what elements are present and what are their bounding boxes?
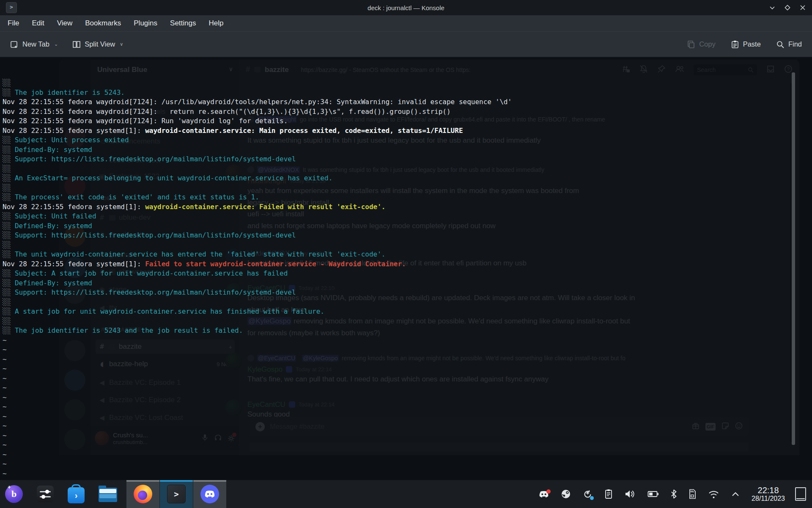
journal-line: ░░ [3, 183, 812, 193]
journal-tilde: ~ [3, 383, 812, 393]
journal-line: ░░ The unit waydroid-container.service h… [3, 250, 812, 260]
journal-line: ░░ Support: https://lists.freedesktop.or… [3, 155, 812, 164]
menu-file[interactable]: File [8, 19, 19, 28]
menu-view[interactable]: View [57, 19, 73, 28]
journal-line: Nov 28 22:15:55 fedora systemd[1]: waydr… [3, 126, 812, 136]
new-tab-icon [10, 40, 19, 49]
tray-steam-icon[interactable] [561, 489, 571, 499]
tray-expand-chevron-icon[interactable] [731, 491, 740, 497]
journal-tilde: ~ [3, 355, 812, 364]
tray-battery-icon[interactable] [647, 490, 659, 498]
copy-icon [687, 40, 695, 49]
tray-clipboard-icon[interactable] [604, 489, 613, 499]
new-tab-button[interactable]: New Tab ⌄ [10, 40, 58, 49]
tray-removable-media-icon[interactable] [689, 489, 696, 499]
paste-button[interactable]: Paste [731, 40, 761, 49]
task-discord[interactable] [193, 480, 226, 508]
tray-updates-icon[interactable] [583, 489, 593, 499]
journal-line: ░░ A start job for unit waydroid-contain… [3, 307, 812, 317]
menu-bookmarks[interactable]: Bookmarks [85, 19, 121, 28]
journal-line: Nov 28 22:15:55 fedora systemd[1]: Faile… [3, 260, 812, 269]
menu-settings[interactable]: Settings [170, 19, 196, 28]
show-desktop-button[interactable] [795, 487, 806, 501]
clock-date: 28/11/2023 [752, 495, 785, 502]
journal-line: ░░ [3, 298, 812, 307]
digital-clock[interactable]: 22:18 28/11/2023 [752, 486, 785, 502]
plasma-taskbar: b › > 22:18 28/11/2023 [0, 480, 812, 508]
minimize-button[interactable] [769, 4, 776, 11]
journal-line: Nov 28 22:15:55 fedora systemd[1]: waydr… [3, 202, 812, 212]
file-manager-launcher[interactable] [99, 488, 117, 502]
journal-line: ░░ Defined-By: systemd [3, 221, 812, 231]
tray-wifi-icon[interactable] [708, 490, 719, 499]
journal-tilde: ~ [3, 469, 812, 479]
journal-line: Nov 28 22:15:55 fedora waydroid[7124]: /… [3, 97, 812, 107]
system-settings-launcher[interactable] [37, 486, 54, 502]
new-tab-chevron-icon[interactable]: ⌄ [54, 41, 58, 47]
journal-tilde: ~ [3, 393, 812, 403]
window-title: deck : journalctl — Konsole [0, 4, 812, 11]
journal-tilde: ~ [3, 459, 812, 469]
tray-discord-icon[interactable] [539, 491, 549, 498]
journal-tilde: ~ [3, 364, 812, 374]
menu-edit[interactable]: Edit [32, 19, 44, 28]
journal-tilde: ~ [3, 431, 812, 441]
find-button[interactable]: Find [776, 40, 802, 49]
discord-icon [200, 485, 219, 503]
updates-available-badge [590, 496, 594, 500]
journalctl-output: ░░░░ The job identifier is 5243.Nov 28 2… [0, 57, 812, 480]
menu-help[interactable]: Help [208, 19, 223, 28]
search-icon [776, 40, 785, 49]
journal-tilde: ~ [3, 402, 812, 412]
close-button[interactable] [799, 4, 806, 11]
split-view-icon [72, 40, 81, 49]
journal-line: ░░ Subject: A start job for unit waydroi… [3, 269, 812, 279]
menubar: FileEditViewBookmarksPluginsSettingsHelp [0, 15, 812, 31]
journal-line: ░░ Defined-By: systemd [3, 145, 812, 155]
journal-line: ░░ Defined-By: systemd [3, 279, 812, 288]
task-firefox[interactable] [126, 480, 159, 508]
firefox-icon [134, 485, 152, 503]
journal-tilde: ~ [3, 440, 812, 450]
journal-line: ░░ The job identifier is 5243 and the jo… [3, 326, 812, 336]
split-view-button[interactable]: Split View ∨ [72, 40, 123, 49]
maximize-button[interactable] [784, 4, 791, 11]
journal-line: ░░ The job identifier is 5243. [3, 88, 812, 98]
journal-line: ░░ Support: https://lists.freedesktop.or… [3, 231, 812, 240]
tray-bluetooth-icon[interactable] [671, 489, 677, 499]
journal-tilde: ~ [3, 374, 812, 384]
konsole-icon: > [167, 485, 186, 503]
journal-tilde: ~ [3, 450, 812, 460]
discord-notification-badge [546, 489, 551, 494]
journal-line: ░░ The process' exit code is 'exited' an… [3, 193, 812, 202]
clock-time: 22:18 [752, 486, 785, 495]
copy-button[interactable]: Copy [687, 40, 716, 49]
bazzite-menu-launcher[interactable]: b [5, 485, 23, 503]
journal-line: ░░ [3, 240, 812, 250]
journal-line: ░░ Subject: Unit process exited [3, 135, 812, 145]
terminal-viewport[interactable]: Universal Blue ∨ ◎Browse Channels◁announ… [0, 57, 812, 480]
paste-icon [731, 40, 739, 49]
journal-tilde: ~ [3, 336, 812, 345]
journal-line: ░░ [3, 164, 812, 174]
journal-line: Nov 28 22:15:55 fedora waydroid[7124]: R… [3, 116, 812, 126]
journal-line: ░░ Support: https://lists.freedesktop.or… [3, 288, 812, 298]
journal-line: ░░ [3, 317, 812, 326]
discover-store-launcher[interactable]: › [68, 487, 85, 503]
journal-line: Nov 28 22:15:55 fedora waydroid[7124]: r… [3, 107, 812, 117]
journal-line: ░░ [3, 78, 812, 88]
journal-tilde: ~ [3, 412, 812, 422]
tray-volume-icon[interactable] [625, 489, 636, 499]
journal-line: ░░ Subject: Unit failed [3, 212, 812, 221]
toolbar: New Tab ⌄ Split View ∨ Copy Paste Find [0, 31, 812, 57]
journal-tilde: ~ [3, 345, 812, 355]
journal-line: ░░ An ExecStart= process belonging to un… [3, 174, 812, 183]
menu-plugins[interactable]: Plugins [134, 19, 157, 28]
split-view-chevron-icon[interactable]: ∨ [120, 41, 123, 47]
desktop-screen: > deck : journalctl — Konsole FileEditVi… [0, 0, 812, 508]
journal-tilde: ~ [3, 421, 812, 431]
task-konsole[interactable]: > [160, 480, 193, 508]
konsole-titlebar: > deck : journalctl — Konsole [0, 0, 812, 15]
